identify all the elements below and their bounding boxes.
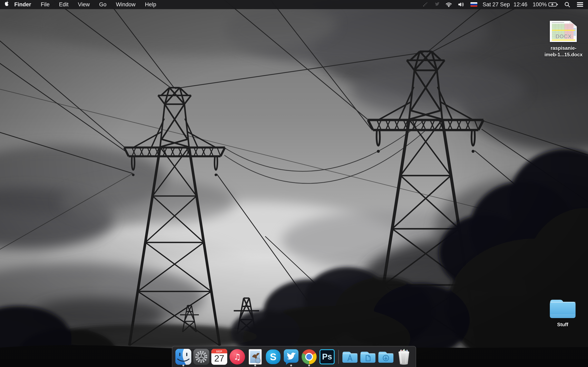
calendar-day: 27 — [214, 353, 224, 363]
battery-charging-icon[interactable] — [548, 0, 561, 9]
menu-file[interactable]: File — [36, 0, 54, 9]
menu-bar-status: Sat 27 Sep12:46 100% — [420, 0, 588, 9]
apple-logo-icon — [4, 1, 9, 8]
folder-icon — [538, 296, 587, 320]
input-language-flag-icon[interactable] — [467, 0, 480, 9]
docx-file-icon: DOCX — [539, 20, 588, 43]
chrome-icon — [302, 349, 317, 364]
dock: SEP 27 ♫ — [172, 346, 416, 367]
dock-item-documents-folder[interactable] — [359, 347, 377, 367]
trash-full-icon — [397, 349, 410, 365]
spotlight-search-icon[interactable] — [561, 0, 573, 9]
calendar-month: SEP — [216, 350, 223, 353]
running-indicator — [290, 365, 292, 366]
running-indicator — [254, 365, 256, 366]
applications-folder-icon — [341, 350, 359, 364]
docx-file-label: raspisanie- imeb-1...15.docx — [539, 45, 588, 58]
link-dots-icon[interactable] — [420, 0, 430, 9]
desktop-folder-stuff[interactable]: Stuff — [538, 296, 587, 328]
dock-item-chrome[interactable] — [300, 347, 318, 367]
notification-center-icon[interactable] — [573, 0, 584, 9]
dock-item-twitter[interactable] — [282, 347, 300, 367]
clock-date: Sat 27 Sep — [483, 1, 510, 8]
dock-item-mail[interactable] — [246, 347, 264, 367]
dock-item-itunes[interactable]: ♫ — [228, 347, 246, 367]
skype-letter: S — [270, 351, 277, 362]
dock-item-skype[interactable]: S — [264, 347, 282, 367]
dock-item-photoshop[interactable]: Ps — [318, 347, 336, 367]
dock-item-downloads-folder[interactable] — [377, 347, 395, 367]
skype-icon: S — [265, 349, 281, 365]
photoshop-label: Ps — [322, 352, 332, 361]
menu-bar-left: Finder File Edit View Go Window Help — [0, 0, 161, 9]
finder-icon — [175, 349, 191, 365]
docx-badge: DOCX — [555, 33, 571, 40]
menu-window[interactable]: Window — [111, 0, 140, 9]
wallpaper-image — [0, 0, 588, 367]
russian-flag — [470, 2, 477, 7]
downloads-folder-icon — [377, 350, 394, 364]
desktop-screen: Finder File Edit View Go Window Help — [0, 0, 588, 367]
dock-item-trash[interactable] — [395, 347, 413, 367]
wifi-icon[interactable] — [443, 0, 455, 9]
itunes-icon: ♫ — [229, 349, 245, 365]
menu-edit[interactable]: Edit — [54, 0, 73, 9]
stuff-folder-label: Stuff — [538, 321, 587, 328]
menu-clock[interactable]: Sat 27 Sep12:46 — [480, 1, 529, 8]
active-app-menu[interactable]: Finder — [14, 1, 36, 8]
chrome-center-dot — [305, 353, 313, 361]
dock-item-applications-folder[interactable] — [341, 347, 359, 367]
twitter-menu-icon[interactable] — [430, 0, 443, 9]
dock-item-finder[interactable] — [174, 347, 192, 367]
battery-percentage: 100% — [529, 1, 548, 8]
dock-item-system-preferences[interactable] — [192, 347, 210, 367]
dock-item-calendar[interactable]: SEP 27 — [210, 347, 228, 367]
documents-folder-icon — [359, 350, 376, 364]
itunes-note-glyph: ♫ — [233, 352, 241, 361]
twitter-icon — [283, 349, 299, 365]
photoshop-icon: Ps — [320, 349, 335, 364]
calendar-icon: SEP 27 — [211, 349, 227, 365]
dock-divider — [336, 347, 341, 367]
running-indicator — [182, 365, 184, 366]
apple-menu[interactable] — [0, 0, 14, 9]
volume-icon[interactable] — [455, 0, 467, 9]
system-preferences-icon — [193, 349, 209, 365]
desktop-file-raspisanie-docx[interactable]: DOCX raspisanie- imeb-1...15.docx — [539, 20, 588, 58]
menu-help[interactable]: Help — [140, 0, 161, 9]
menu-bar: Finder File Edit View Go Window Help — [0, 0, 588, 9]
running-indicator — [308, 365, 310, 366]
menu-view[interactable]: View — [73, 0, 95, 9]
menu-go[interactable]: Go — [95, 0, 111, 9]
mail-icon — [247, 349, 263, 365]
clock-time: 12:46 — [513, 1, 527, 8]
